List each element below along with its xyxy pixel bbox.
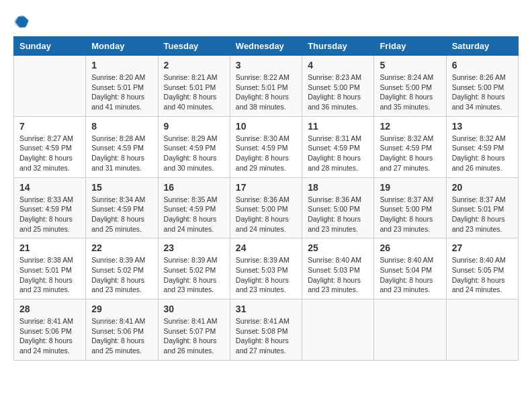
calendar-cell: 12Sunrise: 8:32 AM Sunset: 4:59 PM Dayli… xyxy=(374,116,446,177)
day-number: 15 xyxy=(91,182,152,193)
day-info: Sunrise: 8:41 AM Sunset: 5:08 PM Dayligh… xyxy=(236,316,296,356)
day-info: Sunrise: 8:36 AM Sunset: 5:00 PM Dayligh… xyxy=(236,195,296,234)
day-number: 22 xyxy=(91,242,152,253)
column-header-monday: Monday xyxy=(86,37,158,56)
day-number: 5 xyxy=(380,60,440,71)
day-info: Sunrise: 8:41 AM Sunset: 5:06 PM Dayligh… xyxy=(19,316,80,356)
calendar-cell: 10Sunrise: 8:30 AM Sunset: 4:59 PM Dayli… xyxy=(230,116,302,177)
day-number: 4 xyxy=(308,60,368,71)
day-number: 19 xyxy=(380,182,440,193)
calendar-cell: 21Sunrise: 8:38 AM Sunset: 5:01 PM Dayli… xyxy=(14,238,86,300)
calendar-cell: 24Sunrise: 8:39 AM Sunset: 5:03 PM Dayli… xyxy=(230,238,302,300)
day-info: Sunrise: 8:41 AM Sunset: 5:06 PM Dayligh… xyxy=(91,316,152,356)
calendar-cell: 31Sunrise: 8:41 AM Sunset: 5:08 PM Dayli… xyxy=(230,300,302,361)
column-header-wednesday: Wednesday xyxy=(230,37,302,56)
day-number: 7 xyxy=(19,121,80,132)
day-info: Sunrise: 8:30 AM Sunset: 4:59 PM Dayligh… xyxy=(236,134,296,173)
day-number: 16 xyxy=(164,182,224,193)
day-number: 20 xyxy=(452,182,513,193)
day-number: 26 xyxy=(380,242,440,253)
day-number: 1 xyxy=(91,60,152,71)
day-info: Sunrise: 8:41 AM Sunset: 5:07 PM Dayligh… xyxy=(164,316,224,356)
day-info: Sunrise: 8:20 AM Sunset: 5:01 PM Dayligh… xyxy=(91,73,152,112)
calendar-week-5: 28Sunrise: 8:41 AM Sunset: 5:06 PM Dayli… xyxy=(14,300,519,361)
day-info: Sunrise: 8:32 AM Sunset: 4:59 PM Dayligh… xyxy=(452,134,513,173)
day-number: 14 xyxy=(19,182,80,193)
calendar-cell: 4Sunrise: 8:23 AM Sunset: 5:00 PM Daylig… xyxy=(302,56,374,117)
calendar-cell: 14Sunrise: 8:33 AM Sunset: 4:59 PM Dayli… xyxy=(14,177,86,238)
day-info: Sunrise: 8:27 AM Sunset: 4:59 PM Dayligh… xyxy=(19,134,80,173)
day-info: Sunrise: 8:33 AM Sunset: 4:59 PM Dayligh… xyxy=(19,195,80,234)
calendar-cell: 30Sunrise: 8:41 AM Sunset: 5:07 PM Dayli… xyxy=(158,300,230,361)
column-header-sunday: Sunday xyxy=(14,37,86,56)
calendar-cell: 13Sunrise: 8:32 AM Sunset: 4:59 PM Dayli… xyxy=(446,116,518,177)
day-info: Sunrise: 8:23 AM Sunset: 5:00 PM Dayligh… xyxy=(308,73,368,112)
calendar-cell: 6Sunrise: 8:26 AM Sunset: 5:00 PM Daylig… xyxy=(446,56,518,117)
calendar-table: SundayMondayTuesdayWednesdayThursdayFrid… xyxy=(13,36,519,361)
day-number: 12 xyxy=(380,121,440,132)
column-header-friday: Friday xyxy=(374,37,446,56)
calendar-cell: 20Sunrise: 8:37 AM Sunset: 5:01 PM Dayli… xyxy=(446,177,518,238)
day-info: Sunrise: 8:39 AM Sunset: 5:03 PM Dayligh… xyxy=(236,255,296,295)
day-info: Sunrise: 8:35 AM Sunset: 4:59 PM Dayligh… xyxy=(164,195,224,234)
calendar-header-row: SundayMondayTuesdayWednesdayThursdayFrid… xyxy=(14,37,519,56)
calendar-cell: 17Sunrise: 8:36 AM Sunset: 5:00 PM Dayli… xyxy=(230,177,302,238)
day-number: 6 xyxy=(452,60,513,71)
day-number: 11 xyxy=(308,121,368,132)
day-info: Sunrise: 8:28 AM Sunset: 4:59 PM Dayligh… xyxy=(91,134,152,173)
calendar-cell xyxy=(302,300,374,361)
calendar-cell: 3Sunrise: 8:22 AM Sunset: 5:01 PM Daylig… xyxy=(230,56,302,117)
calendar-week-1: 1Sunrise: 8:20 AM Sunset: 5:01 PM Daylig… xyxy=(14,56,519,117)
calendar-cell: 2Sunrise: 8:21 AM Sunset: 5:01 PM Daylig… xyxy=(158,56,230,117)
calendar-cell: 25Sunrise: 8:40 AM Sunset: 5:03 PM Dayli… xyxy=(302,238,374,300)
day-info: Sunrise: 8:32 AM Sunset: 4:59 PM Dayligh… xyxy=(380,134,440,173)
calendar-cell: 19Sunrise: 8:37 AM Sunset: 5:00 PM Dayli… xyxy=(374,177,446,238)
calendar-cell: 23Sunrise: 8:39 AM Sunset: 5:02 PM Dayli… xyxy=(158,238,230,300)
day-info: Sunrise: 8:40 AM Sunset: 5:03 PM Dayligh… xyxy=(308,255,368,295)
calendar-cell: 18Sunrise: 8:36 AM Sunset: 5:00 PM Dayli… xyxy=(302,177,374,238)
day-number: 8 xyxy=(91,121,152,132)
day-info: Sunrise: 8:38 AM Sunset: 5:01 PM Dayligh… xyxy=(19,255,80,295)
day-number: 2 xyxy=(164,60,224,71)
calendar-week-3: 14Sunrise: 8:33 AM Sunset: 4:59 PM Dayli… xyxy=(14,177,519,238)
day-number: 10 xyxy=(236,121,296,132)
day-info: Sunrise: 8:21 AM Sunset: 5:01 PM Dayligh… xyxy=(164,73,224,112)
calendar-cell: 1Sunrise: 8:20 AM Sunset: 5:01 PM Daylig… xyxy=(86,56,158,117)
column-header-tuesday: Tuesday xyxy=(158,37,230,56)
day-number: 31 xyxy=(236,304,296,314)
day-number: 27 xyxy=(452,242,513,253)
calendar-cell: 28Sunrise: 8:41 AM Sunset: 5:06 PM Dayli… xyxy=(14,300,86,361)
day-info: Sunrise: 8:37 AM Sunset: 5:01 PM Dayligh… xyxy=(452,195,513,234)
calendar-cell: 9Sunrise: 8:29 AM Sunset: 4:59 PM Daylig… xyxy=(158,116,230,177)
day-info: Sunrise: 8:36 AM Sunset: 5:00 PM Dayligh… xyxy=(308,195,368,234)
day-number: 24 xyxy=(236,242,296,253)
calendar-cell: 8Sunrise: 8:28 AM Sunset: 4:59 PM Daylig… xyxy=(86,116,158,177)
day-info: Sunrise: 8:22 AM Sunset: 5:01 PM Dayligh… xyxy=(236,73,296,112)
day-number: 30 xyxy=(164,304,224,314)
calendar-cell: 7Sunrise: 8:27 AM Sunset: 4:59 PM Daylig… xyxy=(14,116,86,177)
column-header-saturday: Saturday xyxy=(446,37,518,56)
day-info: Sunrise: 8:40 AM Sunset: 5:05 PM Dayligh… xyxy=(452,255,513,295)
day-info: Sunrise: 8:37 AM Sunset: 5:00 PM Dayligh… xyxy=(380,195,440,234)
day-info: Sunrise: 8:40 AM Sunset: 5:04 PM Dayligh… xyxy=(380,255,440,295)
calendar-cell: 27Sunrise: 8:40 AM Sunset: 5:05 PM Dayli… xyxy=(446,238,518,300)
day-number: 17 xyxy=(236,182,296,193)
calendar-cell: 26Sunrise: 8:40 AM Sunset: 5:04 PM Dayli… xyxy=(374,238,446,300)
day-info: Sunrise: 8:39 AM Sunset: 5:02 PM Dayligh… xyxy=(164,255,224,295)
day-number: 29 xyxy=(91,304,152,314)
day-number: 21 xyxy=(19,242,80,253)
calendar-week-2: 7Sunrise: 8:27 AM Sunset: 4:59 PM Daylig… xyxy=(14,116,519,177)
calendar-cell: 22Sunrise: 8:39 AM Sunset: 5:02 PM Dayli… xyxy=(86,238,158,300)
day-info: Sunrise: 8:24 AM Sunset: 5:00 PM Dayligh… xyxy=(380,73,440,112)
calendar-cell: 11Sunrise: 8:31 AM Sunset: 4:59 PM Dayli… xyxy=(302,116,374,177)
calendar-week-4: 21Sunrise: 8:38 AM Sunset: 5:01 PM Dayli… xyxy=(14,238,519,300)
day-info: Sunrise: 8:31 AM Sunset: 4:59 PM Dayligh… xyxy=(308,134,368,173)
logo-icon xyxy=(13,13,30,30)
day-info: Sunrise: 8:26 AM Sunset: 5:00 PM Dayligh… xyxy=(452,73,513,112)
calendar-cell xyxy=(14,56,86,117)
day-number: 18 xyxy=(308,182,368,193)
day-number: 23 xyxy=(164,242,224,253)
day-number: 9 xyxy=(164,121,224,132)
calendar-cell xyxy=(374,300,446,361)
day-number: 13 xyxy=(452,121,513,132)
